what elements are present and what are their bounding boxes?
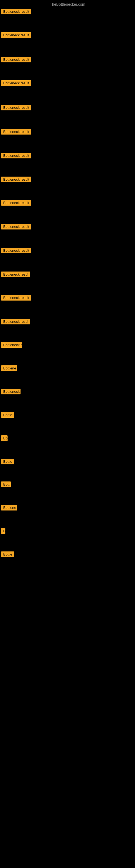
bottleneck-badge-8[interactable]: Bottleneck result — [1, 177, 31, 182]
result-row-13: Bottleneck result — [0, 294, 32, 303]
bottleneck-badge-18[interactable]: Bottle — [1, 412, 14, 418]
bottleneck-badge-16[interactable]: Bottlene — [1, 365, 17, 371]
result-row-11: Bottleneck result — [0, 247, 32, 255]
bottleneck-badge-12[interactable]: Bottleneck resul — [1, 272, 30, 277]
result-row-14: Bottleneck resul — [0, 318, 31, 327]
result-row-16: Bottlene — [0, 364, 18, 373]
result-row-6: Bottleneck result — [0, 128, 32, 137]
bottleneck-badge-21[interactable]: Bott — [1, 482, 11, 487]
result-row-7: Bottleneck result — [0, 152, 32, 161]
result-row-15: Bottleneck r — [0, 341, 23, 350]
result-row-4: Bottleneck result — [0, 79, 32, 88]
bottleneck-badge-5[interactable]: Bottleneck result — [1, 105, 31, 111]
bottleneck-badge-4[interactable]: Bottleneck result — [1, 80, 31, 86]
result-row-1: Bottleneck result — [0, 8, 32, 17]
bottleneck-badge-14[interactable]: Bottleneck resul — [1, 319, 30, 324]
bottleneck-badge-3[interactable]: Bottleneck result — [1, 57, 31, 62]
result-row-19: Bo — [0, 434, 9, 443]
result-row-12: Bottleneck resul — [0, 271, 31, 279]
bottleneck-badge-6[interactable]: Bottleneck result — [1, 129, 31, 134]
result-row-18: Bottle — [0, 411, 15, 420]
bottleneck-badge-10[interactable]: Bottleneck result — [1, 224, 31, 229]
bottleneck-badge-20[interactable]: Bottle — [1, 459, 14, 464]
bottleneck-badge-11[interactable]: Bottleneck result — [1, 248, 31, 253]
result-row-21: Bott — [0, 480, 12, 489]
bottleneck-badge-2[interactable]: Bottleneck result — [1, 32, 31, 38]
result-row-23: B — [0, 527, 6, 536]
result-row-5: Bottleneck result — [0, 104, 32, 113]
result-row-20: Bottle — [0, 458, 15, 467]
result-row-24: Bottle — [0, 550, 15, 559]
bottleneck-badge-13[interactable]: Bottleneck result — [1, 295, 31, 301]
bottleneck-badge-17[interactable]: Bottleneck — [1, 389, 20, 394]
bottleneck-badge-1[interactable]: Bottleneck result — [1, 9, 31, 14]
bottleneck-badge-7[interactable]: Bottleneck result — [1, 153, 31, 158]
bottleneck-badge-22[interactable]: Bottlene — [1, 505, 17, 510]
result-row-3: Bottleneck result — [0, 56, 32, 65]
result-row-8: Bottleneck result — [0, 176, 32, 184]
result-row-2: Bottleneck result — [0, 31, 32, 40]
bottleneck-badge-24[interactable]: Bottle — [1, 552, 14, 557]
site-title: TheBottlenecker.com — [0, 0, 135, 8]
result-row-10: Bottleneck result — [0, 223, 32, 231]
result-row-22: Bottlene — [0, 504, 18, 513]
results-container: Bottleneck resultBottleneck resultBottle… — [0, 8, 135, 868]
bottleneck-badge-19[interactable]: Bo — [1, 435, 8, 441]
result-row-17: Bottleneck — [0, 388, 21, 397]
bottleneck-badge-9[interactable]: Bottleneck result — [1, 200, 31, 206]
result-row-9: Bottleneck result — [0, 199, 32, 208]
bottleneck-badge-23[interactable]: B — [1, 528, 5, 534]
bottleneck-badge-15[interactable]: Bottleneck r — [1, 342, 22, 348]
